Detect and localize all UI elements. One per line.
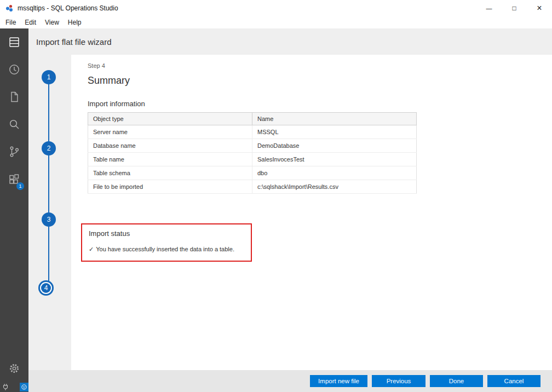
wizard-panel: Import flat file wizard 1 2 3 4 Step 4 S… [28,28,552,392]
name-cell: dbo [252,166,417,180]
name-cell: SalesInvocesTest [252,153,417,166]
activity-item-extensions[interactable]: 1 [0,165,28,193]
table-row: Server name MSSQL [88,125,417,139]
column-header-object-type: Object type [88,113,252,125]
connection-plug-icon[interactable] [2,383,9,391]
search-icon [8,118,21,131]
minimize-button[interactable]: — [476,0,502,16]
menu-view[interactable]: View [41,16,64,28]
file-icon [8,90,21,103]
table-row: Table schema dbo [88,166,417,180]
wizard-body: 1 2 3 4 Step 4 Summary Import informatio… [28,55,552,370]
name-cell: c:\sqlshack\Import\Results.csv [252,180,417,194]
summary-table: Object type Name Server name MSSQL Datab… [88,112,417,194]
app-logo-icon [5,4,14,13]
object-type-cell: Table schema [88,166,252,180]
activity-item-explorer[interactable] [0,83,28,111]
connections-icon [8,36,21,49]
activity-item-connections[interactable] [0,28,28,56]
object-type-cell: Database name [88,139,252,153]
title-bar: mssqltips - SQL Operations Studio — □ × [0,0,552,16]
name-cell: DemoDatabase [252,139,417,153]
object-type-cell: Server name [88,125,252,139]
feedback-tile[interactable] [20,383,28,391]
object-type-cell: File to be imported [88,180,252,194]
settings-button[interactable] [0,355,28,382]
close-button[interactable]: × [527,0,552,16]
wizard-content: Step 4 Summary Import information Object… [71,55,552,370]
check-icon: ✓ [89,246,94,252]
menu-help[interactable]: Help [64,16,86,28]
activity-item-source-control[interactable] [0,138,28,165]
steps-rail: 1 2 3 4 [28,55,71,370]
step-2-circle[interactable]: 2 [42,141,56,155]
wizard-title: Import flat file wizard [36,37,112,47]
menu-file[interactable]: File [1,16,20,28]
import-new-file-button[interactable]: Import new file [310,375,367,387]
main-area: 1 I [0,28,552,392]
name-cell: MSSQL [252,125,417,139]
menu-bar: File Edit View Help [0,16,552,28]
step-connector-line [48,77,49,291]
import-status-highlight-box: Import status ✓You have successfully ins… [81,223,252,262]
table-header-row: Object type Name [88,113,417,125]
feedback-smiley-icon [21,384,27,390]
window-controls: — □ × [476,0,552,16]
step-1-circle[interactable]: 1 [42,70,56,84]
status-bar-left [0,382,28,392]
import-status-title: Import status [89,229,251,238]
extensions-badge: 1 [16,182,24,190]
menu-edit[interactable]: Edit [20,16,41,28]
gear-icon [8,362,21,375]
status-message-text: You have successfully inserted the data … [96,246,234,252]
table-row: Database name DemoDatabase [88,139,417,153]
column-header-name: Name [252,113,417,125]
cancel-button[interactable]: Cancel [487,375,540,387]
table-row: Table name SalesInvocesTest [88,153,417,166]
done-button[interactable]: Done [430,375,483,387]
previous-button[interactable]: Previous [372,375,426,387]
step-4-circle-current[interactable]: 4 [40,282,52,294]
activity-item-search[interactable] [0,111,28,138]
wizard-header: Import flat file wizard [28,28,552,55]
git-branch-icon [8,145,21,158]
step-label: Step 4 [88,62,552,69]
page-title: Summary [88,75,552,87]
wizard-footer: Import new file Previous Done Cancel [28,370,552,392]
window-title: mssqltips - SQL Operations Studio [18,4,118,12]
import-status-message: ✓You have successfully inserted the data… [89,246,251,253]
maximize-button[interactable]: □ [502,0,527,16]
step-3-circle[interactable]: 3 [42,212,56,227]
activity-item-task-history[interactable] [0,56,28,83]
activity-bar: 1 [0,28,28,392]
object-type-cell: Table name [88,153,252,166]
import-information-title: Import information [88,100,552,108]
table-row: File to be imported c:\sqlshack\Import\R… [88,180,417,194]
clock-icon [8,63,21,76]
